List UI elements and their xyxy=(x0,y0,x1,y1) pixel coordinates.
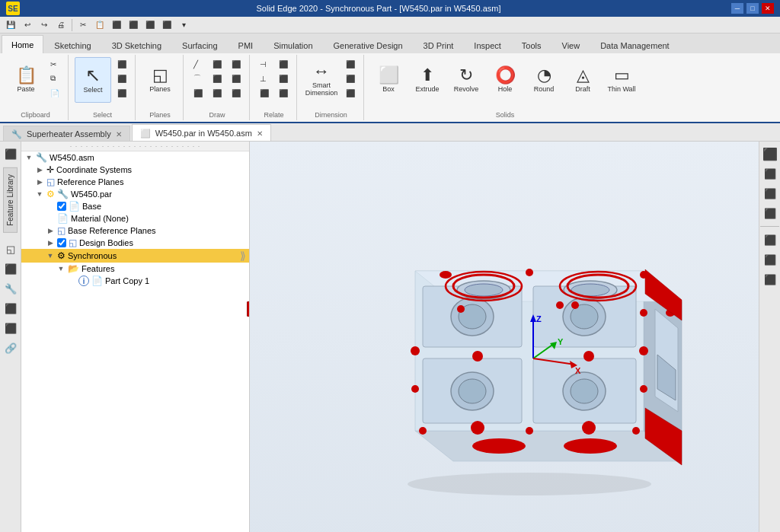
qa-print[interactable]: 🖨 xyxy=(53,18,69,32)
thin-wall-button[interactable]: ▭ Thin Wall xyxy=(603,57,640,103)
relate-btn5[interactable]: ⬛ xyxy=(275,72,292,85)
draw-btn6[interactable]: ⬛ xyxy=(209,86,225,100)
expand-refplanes[interactable]: ▶ xyxy=(35,177,44,186)
sidebar-btn6[interactable]: ⬛ xyxy=(2,320,20,338)
tab-tools[interactable]: Tools xyxy=(512,37,551,53)
sidebar-btn4[interactable]: 🔧 xyxy=(2,280,20,298)
tree-item-w5450asm[interactable]: ▼ 🔧 W5450.asm xyxy=(21,151,249,164)
hole-button[interactable]: ⭕ Hole xyxy=(487,57,523,103)
expand-w5450asm[interactable]: ▼ xyxy=(24,153,34,162)
expand-base[interactable] xyxy=(46,202,55,211)
expand-material[interactable] xyxy=(46,214,55,223)
expand-features[interactable]: ▼ xyxy=(56,264,66,273)
tab-sketching[interactable]: Sketching xyxy=(44,37,101,53)
draw-btn4[interactable]: ⬛ xyxy=(209,57,225,71)
tree-item-base[interactable]: 📄 Base xyxy=(21,200,249,212)
round-button[interactable]: ◔ Round xyxy=(526,57,562,103)
dim-btn1[interactable]: ⬛ xyxy=(342,57,359,71)
box-button[interactable]: ⬜ Box xyxy=(370,57,407,103)
qa-copy[interactable]: 📋 xyxy=(92,18,107,32)
expand-w5450par[interactable]: ▼ xyxy=(35,190,44,199)
tab-superheater-assembly[interactable]: 🔧 Superheater Assembly ✕ xyxy=(3,126,130,141)
right-btn7[interactable]: ⬛ xyxy=(761,270,779,288)
expand-coordsys[interactable]: ▶ xyxy=(35,165,44,174)
right-btn3[interactable]: ⬛ xyxy=(761,184,779,202)
relate-btn4[interactable]: ⬛ xyxy=(275,57,292,71)
tab-3d-sketching[interactable]: 3D Sketching xyxy=(102,37,171,53)
designbodies-checkbox[interactable] xyxy=(57,238,66,247)
draw-btn5[interactable]: ⬛ xyxy=(209,72,225,85)
select-option3[interactable]: ⬛ xyxy=(113,86,130,100)
qa-btn1[interactable]: ⬛ xyxy=(109,18,124,32)
expand-partcopy1[interactable] xyxy=(67,276,76,285)
tab-w5450[interactable]: ⬜ W5450.par in W5450.asm ✕ xyxy=(132,124,271,141)
right-btn1[interactable]: ⬛ xyxy=(761,145,779,163)
tab-surfacing[interactable]: Surfacing xyxy=(172,37,227,53)
dim-btn3[interactable]: ⬛ xyxy=(342,86,359,100)
paste-button[interactable]: 📋 Paste xyxy=(8,57,44,103)
smart-dimension-button[interactable]: ↔ SmartDimension xyxy=(303,57,340,103)
select-button[interactable]: ↖ Select xyxy=(75,57,111,103)
draft-button[interactable]: ◬ Draft xyxy=(564,57,601,103)
relate-btn2[interactable]: ⊥ xyxy=(256,72,273,85)
sidebar-btn2[interactable]: ◱ xyxy=(2,241,20,259)
dim-btn2[interactable]: ⬛ xyxy=(342,72,359,85)
sidebar-btn5[interactable]: ⬛ xyxy=(2,300,20,318)
close-button[interactable]: ✕ xyxy=(762,3,774,14)
tab-simulation[interactable]: Simulation xyxy=(264,37,322,53)
part-tab-close[interactable]: ✕ xyxy=(257,129,263,138)
expand-designbodies[interactable]: ▶ xyxy=(46,238,55,247)
right-btn2[interactable]: ⬛ xyxy=(761,164,779,183)
cut-button[interactable]: ✂ xyxy=(46,57,63,71)
sidebar-btn3[interactable]: ⬛ xyxy=(2,260,20,279)
tab-inspect[interactable]: Inspect xyxy=(464,37,510,53)
draw-btn3[interactable]: ⬛ xyxy=(190,86,206,100)
expand-baserefplanes[interactable]: ▶ xyxy=(46,226,55,235)
qa-btn5[interactable]: ▾ xyxy=(176,18,191,32)
relate-btn6[interactable]: ⬛ xyxy=(275,86,292,100)
copy-button[interactable]: ⧉ xyxy=(46,72,63,85)
tree-item-features[interactable]: ▼ 📂 Features xyxy=(21,263,249,275)
tree-item-baserefplanes[interactable]: ▶ ◱ Base Reference Planes xyxy=(21,225,249,237)
tab-3d-print[interactable]: 3D Print xyxy=(414,37,464,53)
draw-btn7[interactable]: ⬛ xyxy=(228,57,245,71)
qa-undo[interactable]: ↩ xyxy=(20,18,35,32)
right-btn6[interactable]: ⬛ xyxy=(761,250,779,269)
minimize-button[interactable]: ─ xyxy=(731,3,743,14)
feature-library-tab[interactable]: Feature Library xyxy=(3,167,18,233)
planes-button[interactable]: ◱ Planes xyxy=(142,57,178,103)
3d-viewport[interactable]: Z Y X xyxy=(250,142,759,532)
tab-home[interactable]: Home xyxy=(2,35,43,53)
tree-item-synchronous[interactable]: ▼ ⚙ Synchronous ⟫ xyxy=(21,249,249,263)
qa-btn2[interactable]: ⬛ xyxy=(126,18,141,32)
base-checkbox[interactable] xyxy=(57,202,66,211)
qa-redo[interactable]: ↪ xyxy=(37,18,52,32)
qa-btn3[interactable]: ⬛ xyxy=(142,18,158,32)
revolve-button[interactable]: ↻ Revolve xyxy=(448,57,484,103)
draw-btn9[interactable]: ⬛ xyxy=(228,86,245,100)
dotted-resize-bar[interactable]: · · · · · · · · · · · · · · · · · · · · … xyxy=(21,142,249,151)
expand-synchronous[interactable]: ▼ xyxy=(46,251,55,260)
qa-btn4[interactable]: ⬛ xyxy=(159,18,174,32)
relate-btn1[interactable]: ⊣ xyxy=(256,57,273,71)
relate-btn3[interactable]: ⬛ xyxy=(256,86,273,100)
arc-button[interactable]: ⌒ xyxy=(190,72,206,85)
tab-pmi[interactable]: PMI xyxy=(229,37,264,53)
format-painter-button[interactable]: 📄 xyxy=(46,86,63,100)
right-btn4[interactable]: ⬛ xyxy=(761,204,779,222)
tree-item-refplanes[interactable]: ▶ ◱ Reference Planes xyxy=(21,176,249,188)
select-option2[interactable]: ⬛ xyxy=(113,72,130,85)
extrude-button[interactable]: ⬆ Extrude xyxy=(409,57,446,103)
tree-item-designbodies[interactable]: ▶ ◱ Design Bodies xyxy=(21,237,249,249)
tree-item-partcopy1[interactable]: i 📄 Part Copy 1 xyxy=(21,275,249,287)
assembly-tab-close[interactable]: ✕ xyxy=(116,130,122,139)
line-button[interactable]: ╱ xyxy=(190,57,206,71)
sidebar-btn1[interactable]: ⬛ xyxy=(2,145,20,163)
right-btn5[interactable]: ⬛ xyxy=(761,231,779,249)
tree-item-w5450par[interactable]: ▼ ⚙ 🔧 W5450.par xyxy=(21,188,249,200)
qa-save[interactable]: 💾 xyxy=(3,18,18,32)
draw-btn8[interactable]: ⬛ xyxy=(228,72,245,85)
maximize-button[interactable]: □ xyxy=(746,3,759,14)
tab-generative-design[interactable]: Generative Design xyxy=(324,37,413,53)
qa-cut[interactable]: ✂ xyxy=(75,18,91,32)
